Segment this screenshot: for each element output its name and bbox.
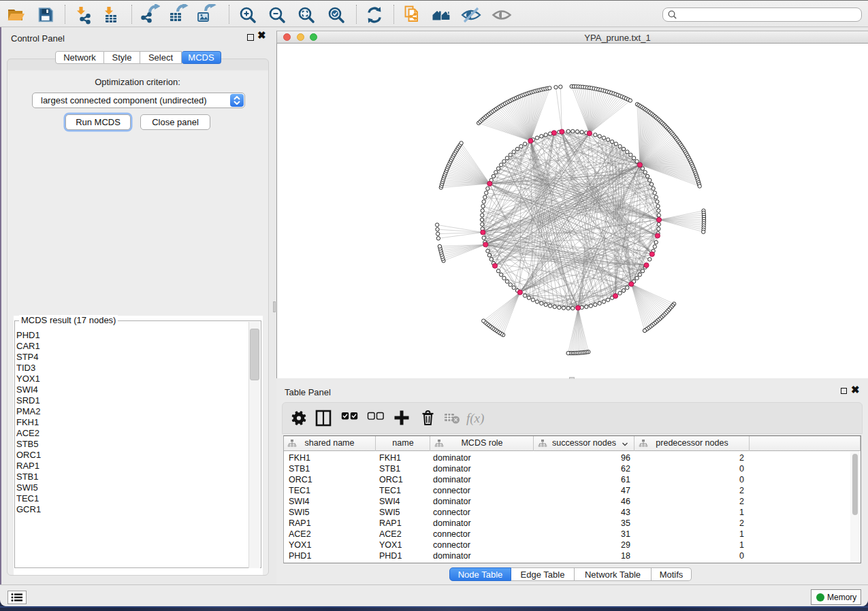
svg-text:f(x): f(x) bbox=[466, 411, 484, 426]
